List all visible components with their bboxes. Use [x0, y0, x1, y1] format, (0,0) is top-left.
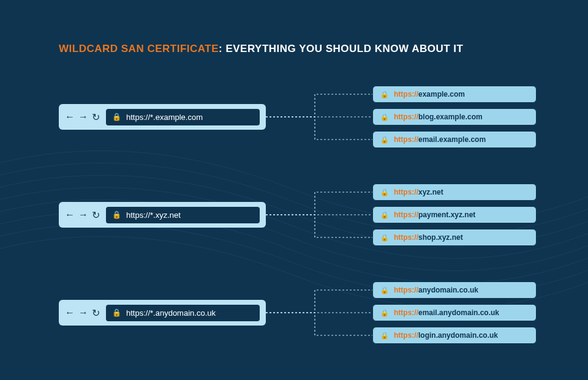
nav-icons: ← → ↻ — [65, 111, 100, 123]
connector-lines — [266, 181, 372, 248]
lock-icon: 🔒 — [112, 113, 121, 121]
diagram-container: ← → ↻ 🔒 https://*.example.com 🔒 https://… — [59, 86, 537, 379]
target-domain: anydomain.co.uk — [418, 286, 478, 294]
target-list: 🔒 https://anydomain.co.uk 🔒 https://emai… — [372, 281, 537, 344]
target-proto: https:// — [394, 331, 418, 340]
target-pill: 🔒 https://email.anydomain.co.uk — [372, 304, 537, 321]
connector-lines — [266, 279, 372, 346]
target-list: 🔒 https://xyz.net 🔒 https://payment.xyz.… — [372, 184, 537, 246]
target-proto: https:// — [394, 113, 418, 121]
wildcard-url: https://*.anydomain.co.uk — [126, 308, 216, 318]
target-proto: https:// — [394, 233, 418, 242]
browser-bar: ← → ↻ 🔒 https://*.xyz.net — [59, 202, 266, 228]
target-domain: example.com — [418, 90, 465, 99]
target-proto: https:// — [394, 135, 418, 144]
lock-icon: 🔒 — [380, 113, 389, 121]
target-domain: shop.xyz.net — [418, 233, 463, 242]
target-pill: 🔒 https://shop.xyz.net — [372, 229, 537, 246]
nav-icons: ← → ↻ — [65, 209, 100, 221]
connector-lines — [266, 83, 372, 151]
back-icon: ← — [65, 111, 75, 122]
target-domain: email.anydomain.co.uk — [418, 308, 499, 317]
target-domain: login.anydomain.co.uk — [418, 331, 498, 340]
target-pill: 🔒 https://login.anydomain.co.uk — [372, 327, 537, 344]
lock-icon: 🔒 — [380, 309, 389, 317]
page-title: WILDCARD SAN CERTIFICATE: EVERYTHING YOU… — [59, 43, 463, 55]
target-pill: 🔒 https://payment.xyz.net — [372, 206, 537, 223]
target-pill: 🔒 https://example.com — [372, 86, 537, 103]
lock-icon: 🔒 — [380, 188, 389, 196]
nav-icons: ← → ↻ — [65, 307, 100, 319]
lock-icon: 🔒 — [380, 211, 389, 219]
refresh-icon: ↻ — [92, 209, 100, 221]
title-rest: : EVERYTHING YOU SHOULD KNOW ABOUT IT — [219, 43, 463, 54]
lock-icon: 🔒 — [380, 136, 389, 144]
refresh-icon: ↻ — [92, 111, 100, 123]
lock-icon: 🔒 — [112, 210, 121, 219]
url-box: 🔒 https://*.anydomain.co.uk — [106, 305, 260, 321]
target-proto: https:// — [394, 188, 418, 196]
forward-icon: → — [78, 209, 88, 220]
wildcard-row: ← → ↻ 🔒 https://*.anydomain.co.uk 🔒 http… — [59, 281, 537, 344]
target-domain: xyz.net — [418, 188, 443, 196]
forward-icon: → — [78, 307, 88, 318]
forward-icon: → — [78, 111, 88, 122]
title-highlight: WILDCARD SAN CERTIFICATE — [59, 43, 219, 54]
target-proto: https:// — [394, 90, 418, 99]
target-pill: 🔒 https://xyz.net — [372, 184, 537, 201]
target-proto: https:// — [394, 286, 418, 294]
browser-bar: ← → ↻ 🔒 https://*.example.com — [59, 104, 266, 130]
wildcard-url: https://*.example.com — [126, 113, 203, 122]
lock-icon: 🔒 — [380, 286, 389, 294]
target-pill: 🔒 https://email.example.com — [372, 131, 537, 148]
target-pill: 🔒 https://anydomain.co.uk — [372, 281, 537, 299]
target-proto: https:// — [394, 210, 418, 219]
wildcard-row: ← → ↻ 🔒 https://*.example.com 🔒 https://… — [59, 86, 537, 148]
wildcard-row: ← → ↻ 🔒 https://*.xyz.net 🔒 https://xyz.… — [59, 184, 537, 246]
target-list: 🔒 https://example.com 🔒 https://blog.exa… — [372, 86, 537, 148]
lock-icon: 🔒 — [112, 308, 121, 317]
target-domain: payment.xyz.net — [418, 210, 475, 219]
back-icon: ← — [65, 209, 75, 220]
lock-icon: 🔒 — [380, 91, 389, 99]
target-domain: blog.example.com — [418, 113, 483, 121]
back-icon: ← — [65, 307, 75, 318]
url-box: 🔒 https://*.example.com — [106, 109, 260, 125]
target-proto: https:// — [394, 308, 418, 317]
browser-bar: ← → ↻ 🔒 https://*.anydomain.co.uk — [59, 300, 266, 326]
url-box: 🔒 https://*.xyz.net — [106, 207, 260, 223]
lock-icon: 🔒 — [380, 234, 389, 242]
target-domain: email.example.com — [418, 135, 486, 144]
refresh-icon: ↻ — [92, 307, 100, 319]
target-pill: 🔒 https://blog.example.com — [372, 108, 537, 125]
lock-icon: 🔒 — [380, 332, 389, 340]
wildcard-url: https://*.xyz.net — [126, 210, 181, 220]
